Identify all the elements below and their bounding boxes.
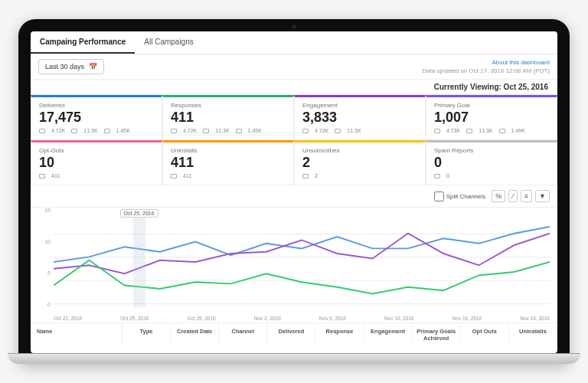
fraction-toggle-button[interactable]: ⁄ xyxy=(508,190,518,202)
metric-card-responses[interactable]: Responses4114.72K11.3K1.45K xyxy=(162,95,294,140)
metric-value: 411 xyxy=(171,155,286,171)
data-updated-timestamp: Data updated on Oct 17, 2016 12:06 AM (P… xyxy=(422,67,550,74)
performance-chart: 151050 Oct 25, 2016 Oct 21, 2016Oct 25, … xyxy=(31,208,557,322)
metric-card-opt-outs[interactable]: Opt-Outs10411 xyxy=(31,140,162,185)
metric-value: 1,007 xyxy=(434,110,549,126)
table-col-header[interactable]: Delivered xyxy=(267,323,315,346)
table-col-header[interactable]: Primary Goals Achieved xyxy=(413,323,461,346)
date-range-label: Last 30 days xyxy=(45,63,84,70)
laptop-frame: Campaing Performance All Campaigns Last … xyxy=(18,19,570,364)
metric-sub: 2 xyxy=(302,173,417,178)
channel-icon xyxy=(499,129,505,133)
table-col-header[interactable]: Opt Outs xyxy=(461,323,509,346)
metric-label: Spam Reports xyxy=(434,147,549,154)
chart-y-labels: 151050 xyxy=(34,208,51,307)
table-col-header[interactable]: Engagement xyxy=(364,323,413,346)
channel-icon xyxy=(171,174,177,178)
metric-sub: 411 xyxy=(39,173,154,178)
table-col-header[interactable]: Channel xyxy=(219,323,267,346)
metric-sub: 4.72K11.3K xyxy=(302,128,417,133)
channel-icon xyxy=(434,129,440,133)
tab-all-campaigns[interactable]: All Campaigns xyxy=(135,31,202,54)
split-channels-toggle[interactable]: Split Channels xyxy=(434,192,486,201)
metric-label: Delivered xyxy=(39,102,154,109)
chart-x-labels: Oct 21, 2016Oct 25, 2016Oct 29, 2016Nov … xyxy=(54,316,550,321)
laptop-base xyxy=(8,353,580,364)
currently-viewing-label: Currently Viewing: Oct 25, 2016 xyxy=(31,80,557,95)
table-col-header[interactable]: Created Date xyxy=(171,323,219,346)
channel-icon xyxy=(171,129,177,133)
metric-label: Uninstalls xyxy=(171,147,286,154)
tab-campaign-performance[interactable]: Campaing Performance xyxy=(31,31,135,54)
about-dashboard-link[interactable]: About this dashboard xyxy=(492,59,550,66)
chart-svg xyxy=(54,211,550,322)
metric-card-delivered[interactable]: Delivered17,4754.72K11.3K1.45K xyxy=(31,95,162,140)
metric-value: 2 xyxy=(302,155,417,171)
metric-card-spam-reports[interactable]: Spam Reports00 xyxy=(426,140,557,185)
table-col-header[interactable]: Type xyxy=(122,323,171,346)
metric-value: 17,475 xyxy=(39,110,154,126)
metric-value: 3,833 xyxy=(302,110,417,126)
metric-label: Responses xyxy=(171,102,286,109)
channel-icon xyxy=(39,174,45,178)
table-columns: TypeCreated DateChannelDeliveredResponse… xyxy=(122,323,557,346)
metric-value: 10 xyxy=(39,155,154,171)
camera-dot xyxy=(292,25,296,29)
metric-sub: 4.73K11.3K1.49K xyxy=(434,128,549,133)
metric-value: 411 xyxy=(171,110,286,126)
dashboard-meta: About this dashboard Data updated on Oct… xyxy=(422,59,550,74)
metric-sub: 4.72K11.3K1.45K xyxy=(39,128,154,133)
metric-sub: 411 xyxy=(171,173,286,178)
channel-icon xyxy=(39,129,45,133)
metric-label: Engagement xyxy=(302,102,417,109)
channel-icon xyxy=(466,129,472,133)
channel-icon xyxy=(302,174,309,178)
channel-icon xyxy=(71,129,77,133)
filter-button[interactable]: ▼ xyxy=(535,190,550,202)
channel-icon xyxy=(302,129,309,133)
metric-card-engagement[interactable]: Engagement3,8334.72K11.3K xyxy=(294,95,426,140)
results-table-header: Name TypeCreated DateChannelDeliveredRes… xyxy=(31,322,557,346)
metric-card-uninstalls[interactable]: Uninstalls411411 xyxy=(162,140,294,185)
table-col-header[interactable]: Uninstalls xyxy=(509,323,557,346)
chart-tooltip: Oct 25, 2016 xyxy=(119,209,158,218)
metric-value: 0 xyxy=(434,155,549,171)
channel-icon xyxy=(434,174,440,178)
metric-label: Unsubscribes xyxy=(302,147,417,154)
metric-label: Opt-Outs xyxy=(39,147,154,154)
channel-icon xyxy=(236,129,242,133)
chart-controls: Split Channels % ⁄ ≡ ▼ xyxy=(31,185,557,208)
toolbar: Last 30 days 📅 About this dashboard Data… xyxy=(31,54,557,80)
app-screen: Campaing Performance All Campaigns Last … xyxy=(31,31,557,353)
percent-toggle-button[interactable]: % xyxy=(492,190,505,202)
metric-card-primary-goal[interactable]: Primary Goal1,0074.73K11.3K1.49K xyxy=(426,95,557,140)
metric-label: Primary Goal xyxy=(434,102,549,109)
metric-card-unsubscribes[interactable]: Unsubscribes22 xyxy=(294,140,426,185)
channel-icon xyxy=(104,129,110,133)
calendar-icon: 📅 xyxy=(89,63,97,70)
split-channels-checkbox[interactable] xyxy=(434,192,444,201)
settings-button[interactable]: ≡ xyxy=(521,190,532,202)
chart-highlight-bar xyxy=(133,215,145,307)
channel-icon xyxy=(203,129,209,133)
split-channels-label: Split Channels xyxy=(446,193,486,200)
metric-cards: Delivered17,4754.72K11.3K1.45KResponses4… xyxy=(31,95,557,185)
metric-sub: 4.72K11.3K1.45K xyxy=(171,128,286,133)
table-name-header: Name xyxy=(31,323,122,346)
channel-icon xyxy=(335,129,341,133)
metric-sub: 0 xyxy=(434,173,549,178)
top-tabs: Campaing Performance All Campaigns xyxy=(31,31,557,54)
table-col-header[interactable]: Response xyxy=(315,323,364,346)
date-range-dropdown[interactable]: Last 30 days 📅 xyxy=(38,59,104,74)
